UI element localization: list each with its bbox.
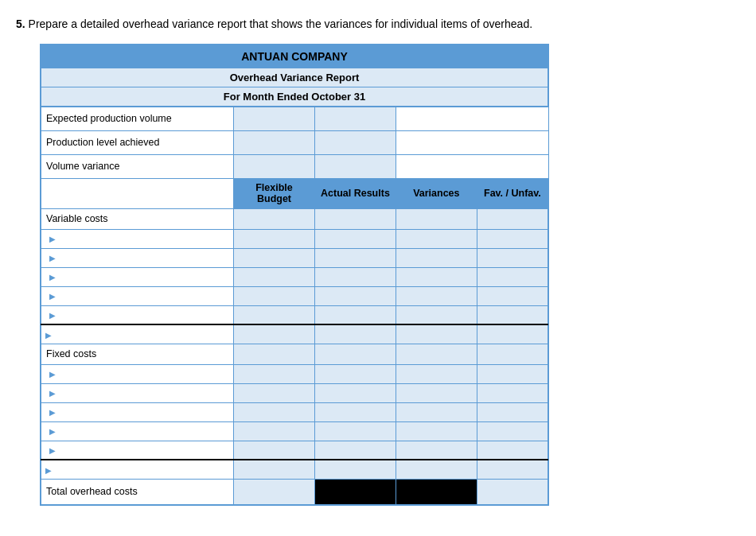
volume-variance-row: Volume variance	[41, 154, 548, 178]
var-actual-4[interactable]	[314, 286, 396, 305]
fixed-label-1[interactable]: ▶	[41, 364, 234, 383]
var-subtotal-row: ▶	[41, 324, 548, 344]
var-actual-2[interactable]	[314, 248, 396, 267]
var-subtotal-fav[interactable]	[477, 324, 548, 344]
expected-production-actual[interactable]	[314, 107, 396, 130]
variable-costs-var[interactable]	[396, 208, 477, 229]
fixed-actual-4[interactable]	[314, 421, 396, 441]
var-fav-4[interactable]	[477, 286, 548, 305]
var-fav-3[interactable]	[477, 267, 548, 286]
total-var[interactable]	[396, 479, 477, 504]
fixed-subtotal-label[interactable]: ▶	[41, 460, 234, 479]
var-subtotal-label[interactable]: ▶	[41, 324, 234, 344]
column-header-row: Flexible Budget Actual Results Variances…	[41, 178, 548, 208]
fixed-costs-actual[interactable]	[314, 344, 396, 364]
total-overhead-label: Total overhead costs	[41, 479, 234, 504]
var-actual-1[interactable]	[314, 229, 396, 248]
total-actual[interactable]	[314, 479, 396, 504]
fixed-costs-section: Fixed costs	[41, 344, 548, 364]
fixed-actual-2[interactable]	[314, 383, 396, 402]
production-level-flex[interactable]	[234, 130, 315, 154]
total-flex[interactable]	[234, 479, 315, 504]
fixed-label-3[interactable]: ▶	[41, 402, 234, 421]
fixed-variance-3[interactable]	[396, 402, 477, 421]
var-flex-5[interactable]	[234, 305, 315, 324]
fixed-actual-3[interactable]	[314, 402, 396, 421]
fixed-label-4[interactable]: ▶	[41, 421, 234, 441]
fixed-flex-4[interactable]	[234, 421, 315, 441]
var-fav-2[interactable]	[477, 248, 548, 267]
fixed-subtotal-fav[interactable]	[477, 460, 548, 479]
var-actual-3[interactable]	[314, 267, 396, 286]
variable-costs-actual[interactable]	[314, 208, 396, 229]
variable-costs-flex[interactable]	[234, 208, 315, 229]
volume-variance-actual[interactable]	[314, 154, 396, 178]
var-subtotal-actual[interactable]	[314, 324, 396, 344]
var-flex-1[interactable]	[234, 229, 315, 248]
var-variance-2[interactable]	[396, 248, 477, 267]
var-actual-5[interactable]	[314, 305, 396, 324]
fixed-flex-3[interactable]	[234, 402, 315, 421]
question-number: 5.	[16, 17, 25, 30]
fixed-data-row-1: ▶	[41, 364, 548, 383]
fixed-flex-5[interactable]	[234, 441, 315, 460]
fixed-flex-2[interactable]	[234, 383, 315, 402]
col-fav-unfav-header: Fav. / Unfav.	[477, 178, 548, 208]
var-variance-1[interactable]	[396, 229, 477, 248]
total-overhead-row: Total overhead costs	[41, 479, 548, 504]
fixed-variance-5[interactable]	[396, 441, 477, 460]
report-period: For Month Ended October 31	[41, 87, 548, 107]
fixed-fav-3[interactable]	[477, 402, 548, 421]
var-data-row-1: ▶	[41, 229, 548, 248]
fixed-fav-2[interactable]	[477, 383, 548, 402]
var-subtotal-flex[interactable]	[234, 324, 315, 344]
fixed-costs-fav[interactable]	[477, 344, 548, 364]
fixed-subtotal-actual[interactable]	[314, 460, 396, 479]
var-label-5[interactable]: ▶	[41, 305, 234, 324]
expected-production-flex[interactable]	[234, 107, 315, 130]
fixed-actual-5[interactable]	[314, 441, 396, 460]
var-flex-4[interactable]	[234, 286, 315, 305]
fixed-fav-1[interactable]	[477, 364, 548, 383]
var-fav-1[interactable]	[477, 229, 548, 248]
volume-variance-flex[interactable]	[234, 154, 315, 178]
col-label-header	[41, 178, 234, 208]
fixed-label-5[interactable]: ▶	[41, 441, 234, 460]
report-table-wrapper: ANTUAN COMPANY Overhead Variance Report …	[40, 44, 549, 506]
var-variance-5[interactable]	[396, 305, 477, 324]
var-subtotal-var[interactable]	[396, 324, 477, 344]
col-flexible-budget-header: Flexible Budget	[234, 178, 315, 208]
fixed-fav-5[interactable]	[477, 441, 548, 460]
var-variance-3[interactable]	[396, 267, 477, 286]
fixed-costs-flex[interactable]	[234, 344, 315, 364]
fixed-variance-2[interactable]	[396, 383, 477, 402]
fixed-actual-1[interactable]	[314, 364, 396, 383]
fixed-variance-4[interactable]	[396, 421, 477, 441]
fixed-costs-var[interactable]	[396, 344, 477, 364]
report-period-row: For Month Ended October 31	[41, 87, 548, 107]
fixed-fav-4[interactable]	[477, 421, 548, 441]
expected-production-empty	[396, 107, 548, 130]
fixed-label-2[interactable]: ▶	[41, 383, 234, 402]
variable-costs-fav[interactable]	[477, 208, 548, 229]
var-label-4[interactable]: ▶	[41, 286, 234, 305]
var-fav-5[interactable]	[477, 305, 548, 324]
variable-costs-label: Variable costs	[41, 208, 234, 229]
var-label-3[interactable]: ▶	[41, 267, 234, 286]
production-level-row: Production level achieved	[41, 130, 548, 154]
total-fav[interactable]	[477, 479, 548, 504]
var-data-row-4: ▶	[41, 286, 548, 305]
fixed-variance-1[interactable]	[396, 364, 477, 383]
var-flex-3[interactable]	[234, 267, 315, 286]
fixed-subtotal-var[interactable]	[396, 460, 477, 479]
report-title-row: Overhead Variance Report	[41, 68, 548, 87]
fixed-flex-1[interactable]	[234, 364, 315, 383]
production-level-actual[interactable]	[314, 130, 396, 154]
fixed-data-row-4: ▶	[41, 421, 548, 441]
var-flex-2[interactable]	[234, 248, 315, 267]
var-label-2[interactable]: ▶	[41, 248, 234, 267]
var-label-1[interactable]: ▶	[41, 229, 234, 248]
fixed-subtotal-flex[interactable]	[234, 460, 315, 479]
var-data-row-3: ▶	[41, 267, 548, 286]
var-variance-4[interactable]	[396, 286, 477, 305]
